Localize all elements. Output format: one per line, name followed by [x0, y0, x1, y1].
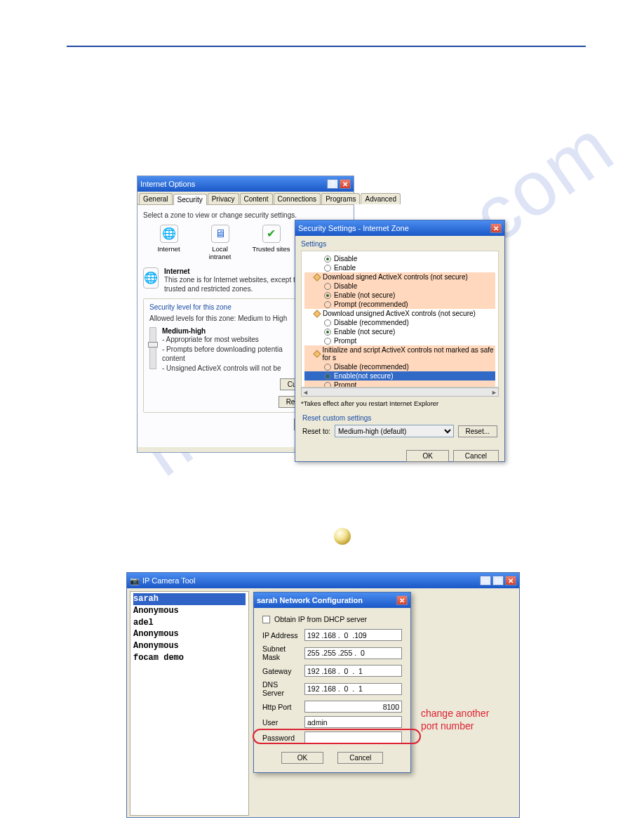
tab-connections[interactable]: Connections [274, 193, 321, 204]
ok-button[interactable]: OK [281, 752, 323, 764]
settings-radio-item[interactable]: Disable [304, 254, 495, 263]
tab-advanced[interactable]: Advanced [361, 193, 400, 204]
settings-radio-item[interactable]: Disable (recommended) [304, 362, 495, 371]
ok-button[interactable]: OK [406, 450, 448, 462]
settings-item-label: Initialize and script ActiveX controls n… [323, 346, 495, 362]
close-icon[interactable]: ✕ [505, 576, 516, 585]
camera-list-item[interactable]: Anonymous [133, 640, 246, 652]
zone-local-intranet[interactable]: 🖥 Local intranet [201, 225, 240, 260]
close-icon[interactable]: ✕ [490, 223, 502, 233]
settings-radio-item[interactable]: Disable [304, 282, 495, 291]
horizontal-scrollbar[interactable]: ◄► [301, 388, 499, 397]
diamond-icon [313, 310, 321, 317]
maximize-icon[interactable]: □ [492, 576, 504, 585]
security-slider[interactable] [149, 327, 156, 369]
reset-to-label: Reset to: [302, 428, 330, 435]
close-icon[interactable]: ✕ [340, 179, 351, 189]
tab-programs[interactable]: Programs [321, 193, 360, 204]
settings-item-label: Enable(not secure) [334, 372, 394, 380]
radio-icon[interactable] [324, 382, 331, 388]
settings-radio-item[interactable]: Disable (recommended) [304, 318, 495, 327]
reset-to-select[interactable]: Medium-high (default) [335, 425, 454, 437]
ip-address-field[interactable] [304, 629, 402, 641]
settings-group-item[interactable]: Download signed ActiveX controls (not se… [304, 272, 495, 282]
network-config-dialog: sarah Network Configuration ✕ Obtain IP … [253, 592, 411, 773]
dhcp-label: Obtain IP from DHCP server [274, 615, 367, 623]
ip-camera-titlebar[interactable]: 📷 IP Camera Tool ─ □ ✕ [127, 573, 519, 588]
camera-list-item[interactable]: focam demo [133, 652, 246, 664]
level-bullet: content [162, 354, 283, 364]
radio-icon[interactable] [324, 292, 331, 299]
camera-list-item[interactable]: Anonymous [133, 605, 246, 617]
settings-radio-item[interactable]: Enable (not secure) [304, 327, 495, 336]
http-port-field[interactable] [304, 701, 402, 713]
settings-item-label: Enable [334, 264, 356, 272]
network-config-title: sarah Network Configuration [257, 596, 363, 604]
network-config-titlebar[interactable]: sarah Network Configuration ✕ [254, 593, 410, 608]
settings-radio-item[interactable]: Prompt (recommended) [304, 300, 495, 309]
user-field[interactable] [304, 716, 402, 728]
ip-label: IP Address [262, 631, 299, 640]
check-icon: ✔ [262, 225, 281, 243]
internet-options-title: Internet Options [140, 180, 195, 188]
security-settings-titlebar[interactable]: Security Settings - Internet Zone ✕ [295, 220, 504, 236]
password-label: Password [262, 734, 299, 742]
tab-general[interactable]: General [139, 193, 173, 204]
radio-icon[interactable] [324, 301, 331, 308]
help-icon[interactable]: ? [327, 179, 338, 189]
settings-group-item[interactable]: Initialize and script ActiveX controls n… [304, 345, 495, 362]
tab-content[interactable]: Content [240, 193, 273, 204]
password-field[interactable] [304, 732, 402, 743]
zone-internet[interactable]: 🌐 Internet [149, 225, 189, 260]
dhcp-checkbox[interactable] [262, 616, 270, 623]
settings-radio-item[interactable]: Enable(not secure) [304, 371, 495, 380]
ip-camera-title: IP Camera Tool [142, 576, 195, 585]
level-bullet: - Appropriate for most websites [162, 335, 283, 345]
settings-item-label: Disable (recommended) [334, 363, 409, 371]
bullet-icon [334, 528, 351, 545]
settings-tree[interactable]: DisableEnableDownload signed ActiveX con… [301, 251, 499, 388]
close-icon[interactable]: ✕ [396, 595, 408, 605]
radio-icon[interactable] [324, 329, 331, 336]
http-port-label: Http Port [262, 703, 299, 711]
diamond-icon [313, 273, 321, 281]
radio-icon[interactable] [324, 283, 331, 290]
dns-server-field[interactable] [304, 683, 402, 695]
diamond-icon [313, 350, 321, 358]
radio-icon[interactable] [324, 319, 331, 326]
tab-privacy[interactable]: Privacy [208, 193, 239, 204]
subnet-mask-field[interactable] [304, 647, 402, 659]
radio-icon[interactable] [324, 338, 331, 345]
camera-icon: 📷 [130, 576, 140, 585]
settings-group-item[interactable]: Download unsigned ActiveX controls (not … [304, 309, 495, 318]
settings-radio-item[interactable]: Prompt [304, 336, 495, 345]
camera-list[interactable]: sarahAnonymousadelAnonymousAnonymousfoca… [130, 591, 249, 816]
settings-radio-item[interactable]: Enable (not secure) [304, 291, 495, 300]
minimize-icon[interactable]: ─ [480, 576, 491, 585]
tab-security[interactable]: Security [173, 194, 207, 205]
gateway-label: Gateway [262, 667, 299, 675]
settings-radio-item[interactable]: Enable [304, 263, 495, 272]
radio-icon[interactable] [324, 265, 331, 272]
reset-button[interactable]: Reset... [458, 425, 497, 437]
radio-icon[interactable] [324, 256, 331, 263]
zone-prompt: Select a zone to view or change security… [143, 211, 348, 220]
camera-list-item[interactable]: sarah [133, 593, 246, 605]
internet-options-titlebar[interactable]: Internet Options ? ✕ [137, 176, 354, 192]
radio-icon[interactable] [324, 364, 331, 371]
security-settings-window: Security Settings - Internet Zone ✕ Sett… [295, 220, 505, 462]
camera-list-item[interactable]: Anonymous [133, 628, 246, 640]
restart-note: *Takes effect after you restart Internet… [301, 399, 499, 407]
radio-icon[interactable] [324, 373, 331, 380]
gateway-field[interactable] [304, 665, 402, 677]
zone-trusted-sites[interactable]: ✔ Trusted sites [252, 225, 291, 260]
cancel-button[interactable]: Cancel [337, 752, 383, 764]
intranet-icon: 🖥 [211, 225, 229, 243]
zone-header: Internet [164, 267, 190, 275]
settings-item-label: Download signed ActiveX controls (not se… [323, 273, 468, 281]
camera-list-item[interactable]: adel [133, 617, 246, 629]
settings-item-label: Prompt [334, 337, 356, 345]
settings-radio-item[interactable]: Prompt [304, 380, 495, 388]
cancel-button[interactable]: Cancel [453, 450, 499, 462]
settings-item-label: Prompt [334, 381, 356, 388]
